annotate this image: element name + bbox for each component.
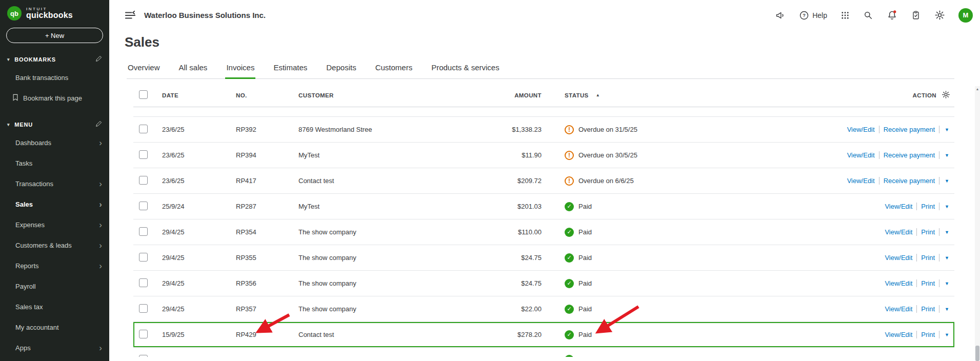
- action-dropdown-caret[interactable]: ▼: [944, 306, 950, 313]
- sidebar-item-bank-transactions[interactable]: Bank transactions: [0, 67, 109, 88]
- tab-invoices[interactable]: Invoices: [225, 59, 255, 78]
- action-dropdown-caret[interactable]: ▼: [944, 254, 950, 262]
- menu-section-header[interactable]: ▾ MENU: [0, 116, 109, 132]
- row-checkbox[interactable]: [139, 202, 148, 210]
- tab-estimates[interactable]: Estimates: [272, 59, 308, 78]
- action-link-view-edit[interactable]: View/Edit: [847, 126, 875, 133]
- action-dropdown-caret[interactable]: ▼: [944, 229, 950, 236]
- action-link-print[interactable]: Print: [921, 305, 935, 313]
- column-header-date[interactable]: DATE: [156, 92, 228, 98]
- sidebar-item-customers-leads[interactable]: Customers & leads ›: [0, 235, 109, 255]
- megaphone-icon[interactable]: [775, 10, 786, 21]
- sidebar-item-tasks[interactable]: Tasks: [0, 153, 109, 173]
- row-customer[interactable]: 8769 Westmorland Stree: [298, 126, 468, 133]
- action-link-view-edit[interactable]: View/Edit: [847, 177, 875, 185]
- action-link-print[interactable]: Print: [921, 203, 935, 210]
- settings-gear-icon[interactable]: [934, 10, 945, 21]
- sidebar-item-my-accountant[interactable]: My accountant: [0, 317, 109, 337]
- row-customer[interactable]: Contact test: [298, 177, 468, 185]
- search-icon[interactable]: [863, 10, 873, 21]
- row-customer[interactable]: Contact test: [298, 331, 468, 338]
- row-checkbox[interactable]: [139, 176, 148, 185]
- action-dropdown-caret[interactable]: ▼: [944, 126, 950, 133]
- table-row[interactable]: 29/4/25 RP356 The show company $24.75 ✓ …: [133, 271, 954, 296]
- row-customer[interactable]: The show company: [298, 305, 468, 313]
- row-customer[interactable]: MyTest: [298, 151, 468, 159]
- column-header-customer[interactable]: CUSTOMER: [298, 92, 468, 98]
- action-link-print[interactable]: Print: [921, 331, 935, 338]
- action-link-view-edit[interactable]: View/Edit: [885, 203, 912, 210]
- sidebar-item-bookmark-this-page[interactable]: Bookmark this page: [0, 88, 109, 108]
- table-row[interactable]: 15/9/25 RP429 Contact test $278.20 ✓ Pai…: [133, 322, 954, 348]
- row-checkbox[interactable]: [139, 330, 148, 338]
- help-button[interactable]: ? Help: [799, 10, 827, 21]
- table-row[interactable]: 23/6/25 RP392 8769 Westmorland Stree $1,…: [133, 117, 954, 143]
- action-link-view-edit[interactable]: View/Edit: [885, 279, 912, 287]
- column-settings-gear-icon[interactable]: [942, 90, 950, 100]
- action-link-view-edit[interactable]: View/Edit: [885, 305, 912, 313]
- sidebar-item-sales[interactable]: Sales ›: [0, 194, 109, 214]
- action-link-receive-payment[interactable]: Receive payment: [884, 151, 935, 159]
- action-link-print[interactable]: Print: [921, 254, 935, 262]
- vertical-scrollbar[interactable]: ▲: [975, 86, 980, 361]
- table-row[interactable]: 25/9/24 RP287 MyTest $201.03 ✓ Paid View…: [133, 194, 954, 219]
- action-header-label: ACTION: [913, 92, 936, 98]
- apps-grid-icon[interactable]: [841, 11, 850, 20]
- table-row[interactable]: 23/6/25 RP394 MyTest $11.90 ! Overdue on…: [133, 143, 954, 168]
- action-link-receive-payment[interactable]: Receive payment: [884, 126, 935, 133]
- new-button[interactable]: + New: [6, 28, 103, 43]
- row-customer[interactable]: The show company: [298, 279, 468, 287]
- row-customer[interactable]: The show company: [298, 254, 468, 262]
- row-checkbox[interactable]: [139, 125, 148, 133]
- sidebar-item-apps[interactable]: Apps ›: [0, 337, 109, 358]
- notifications-bell-icon[interactable]: [887, 10, 897, 21]
- sidebar-item-payroll[interactable]: Payroll: [0, 276, 109, 296]
- tab-all-sales[interactable]: All sales: [178, 59, 209, 78]
- sidebar-item-transactions[interactable]: Transactions ›: [0, 173, 109, 194]
- tab-overview[interactable]: Overview: [127, 59, 161, 78]
- tab-products-services[interactable]: Products & services: [430, 59, 501, 78]
- action-dropdown-caret[interactable]: ▼: [944, 177, 950, 185]
- tab-customers[interactable]: Customers: [374, 59, 414, 78]
- action-link-print[interactable]: Print: [921, 228, 935, 236]
- action-link-view-edit[interactable]: View/Edit: [885, 228, 912, 236]
- table-row[interactable]: 23/6/25 RP417 Contact test $209.72 ! Ove…: [133, 168, 954, 194]
- table-row[interactable]: 29/4/25 RP354 The show company $110.00 ✓…: [133, 219, 954, 245]
- action-dropdown-caret[interactable]: ▼: [944, 152, 950, 159]
- action-link-view-edit[interactable]: View/Edit: [885, 254, 912, 262]
- row-checkbox[interactable]: [139, 355, 148, 357]
- row-checkbox[interactable]: [139, 150, 148, 159]
- collapse-sidebar-icon[interactable]: [125, 10, 136, 21]
- table-row[interactable]: 29/4/25 RP357 The show company $22.00 ✓ …: [133, 296, 954, 322]
- action-dropdown-caret[interactable]: ▼: [944, 280, 950, 287]
- sidebar-item-sales-tax[interactable]: Sales tax: [0, 296, 109, 317]
- action-dropdown-caret[interactable]: ▼: [944, 203, 950, 210]
- action-link-view-edit[interactable]: View/Edit: [885, 331, 912, 338]
- sidebar-item-expenses[interactable]: Expenses ›: [0, 214, 109, 235]
- row-checkbox[interactable]: [139, 227, 148, 236]
- action-link-view-edit[interactable]: View/Edit: [847, 151, 875, 159]
- row-customer[interactable]: The show company: [298, 228, 468, 236]
- column-header-no[interactable]: NO.: [228, 92, 298, 98]
- user-avatar[interactable]: M: [958, 8, 973, 23]
- edit-menu-pencil-icon[interactable]: [95, 121, 102, 128]
- column-header-status[interactable]: STATUS▲: [542, 92, 759, 98]
- row-checkbox[interactable]: [139, 304, 148, 313]
- bookmarks-section-header[interactable]: ▾ BOOKMARKS: [0, 51, 109, 67]
- scrollbar-thumb[interactable]: [975, 346, 979, 361]
- row-checkbox[interactable]: [139, 278, 148, 287]
- column-header-amount[interactable]: AMOUNT: [468, 92, 542, 98]
- row-checkbox[interactable]: [139, 253, 148, 262]
- scrollbar-up-arrow[interactable]: ▲: [975, 87, 980, 91]
- row-customer[interactable]: MyTest: [298, 203, 468, 210]
- tasks-clipboard-icon[interactable]: [911, 10, 921, 21]
- sidebar-item-reports[interactable]: Reports ›: [0, 255, 109, 276]
- sidebar-item-dashboards[interactable]: Dashboards ›: [0, 132, 109, 153]
- tab-deposits[interactable]: Deposits: [325, 59, 357, 78]
- select-all-checkbox[interactable]: [139, 90, 148, 99]
- table-row[interactable]: 29/4/25 RP355 The show company $24.75 ✓ …: [133, 245, 954, 271]
- action-link-receive-payment[interactable]: Receive payment: [884, 177, 935, 185]
- edit-bookmarks-pencil-icon[interactable]: [95, 55, 102, 63]
- action-link-print[interactable]: Print: [921, 279, 935, 287]
- action-dropdown-caret[interactable]: ▼: [944, 331, 950, 338]
